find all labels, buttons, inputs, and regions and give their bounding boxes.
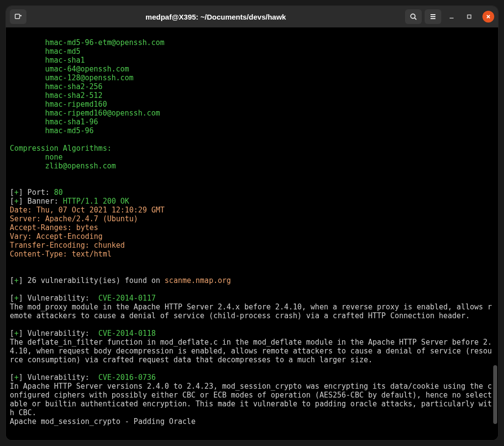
terminal-window: medpaf@X395: ~/Documents/devs/hawk hmac-… [6, 6, 498, 440]
close-icon [486, 14, 491, 19]
vuln-summary-text: ] 26 vulnerability(ies) found on [19, 276, 165, 285]
vuln-label: ] Vulnerability: [19, 373, 98, 382]
mac-algo: hmac-md5-96 [10, 126, 94, 135]
window-title: medpaf@X395: ~/Documents/devs/hawk [29, 13, 402, 21]
vuln-label: ] Vulnerability: [19, 329, 98, 338]
banner-label: ] Banner: [19, 197, 63, 206]
titlebar: medpaf@X395: ~/Documents/devs/hawk [6, 6, 498, 27]
tab-plus-icon [14, 13, 22, 21]
maximize-button[interactable] [462, 9, 477, 24]
bracket-l: [ [10, 188, 14, 197]
http-header: Server: Apache/2.4.7 (Ubuntu) [10, 214, 138, 223]
bracket-l: [ [10, 373, 14, 382]
mac-algo: hmac-md5-96-etm@openssh.com [10, 38, 165, 47]
port-label: ] Port: [19, 188, 54, 197]
mac-algo: hmac-sha2-512 [10, 91, 102, 100]
maximize-icon [466, 14, 472, 20]
vuln-desc: In Apache HTTP Server versions 2.4.0 to … [10, 382, 492, 426]
minimize-button[interactable] [444, 9, 459, 24]
terminal-body[interactable]: hmac-md5-96-etm@openssh.com hmac-md5 hma… [6, 27, 498, 440]
svg-rect-0 [15, 14, 20, 19]
plus-sign: + [14, 294, 19, 303]
bracket-l: [ [10, 197, 14, 206]
close-button[interactable] [482, 11, 494, 23]
http-header: Vary: Accept-Encoding [10, 232, 103, 241]
plus-sign: + [14, 329, 19, 338]
mac-algo: hmac-sha1 [10, 56, 85, 65]
menu-button[interactable] [425, 9, 441, 24]
cve-id: CVE-2014-0118 [98, 329, 156, 338]
vuln-label: ] Vulnerability: [19, 294, 98, 303]
bracket-l: [ [10, 294, 14, 303]
vuln-desc: The mod_proxy module in the Apache HTTP … [10, 303, 492, 320]
scrollbar-thumb[interactable] [493, 365, 497, 424]
svg-rect-2 [468, 15, 471, 19]
bracket-l: [ [10, 329, 14, 338]
hamburger-icon [429, 13, 437, 21]
search-icon [409, 13, 417, 21]
mac-algo: hmac-md5 [10, 47, 80, 56]
compression-label: Compression Algorithms: [10, 144, 112, 153]
cve-id: CVE-2016-0736 [98, 373, 156, 382]
plus-sign: + [14, 197, 19, 206]
plus-sign: + [14, 188, 19, 197]
plus-sign: + [14, 276, 19, 285]
http-header: Accept-Ranges: bytes [10, 223, 98, 232]
vuln-desc: The deflate_in_filter function in mod_de… [10, 338, 492, 364]
mac-algo: hmac-sha2-256 [10, 82, 102, 91]
search-button[interactable] [405, 9, 422, 24]
plus-sign: + [14, 373, 19, 382]
new-tab-button[interactable] [10, 9, 26, 24]
compression-algo: none [10, 153, 63, 162]
compression-algo: zlib@openssh.com [10, 162, 116, 170]
mac-algo: umac-128@openssh.com [10, 73, 134, 82]
mac-algo: hmac-ripemd160 [10, 100, 107, 109]
mac-algo: hmac-ripemd160@openssh.com [10, 109, 160, 117]
minimize-icon [449, 14, 455, 20]
mac-algo: hmac-sha1-96 [10, 117, 98, 126]
port-value: 80 [54, 188, 63, 197]
mac-algo: umac-64@openssh.com [10, 65, 129, 73]
bracket-l: [ [10, 276, 14, 285]
http-header: Transfer-Encoding: chunked [10, 241, 125, 250]
http-header: Content-Type: text/html [10, 250, 112, 258]
banner-value: HTTP/1.1 200 OK [63, 197, 129, 206]
cve-id: CVE-2014-0117 [98, 294, 156, 303]
svg-point-1 [411, 14, 415, 19]
http-header: Date: Thu, 07 Oct 2021 12:10:29 GMT [10, 206, 165, 214]
vuln-host: scanme.nmap.org [165, 276, 231, 285]
